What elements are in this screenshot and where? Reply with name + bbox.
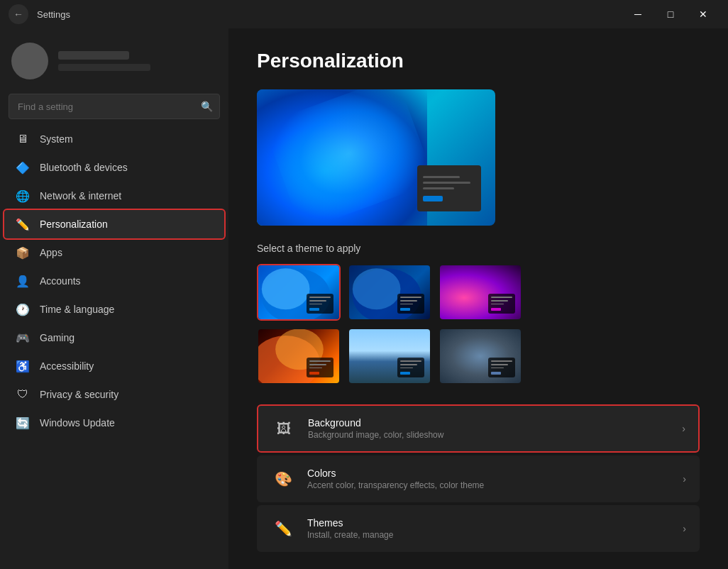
background-title: Background: [308, 417, 682, 429]
theme-thumb-overlay-4: [307, 358, 333, 377]
themes-title: Themes: [307, 517, 683, 529]
user-email-block: [58, 64, 150, 71]
sidebar-item-personalization[interactable]: ✏️ Personalization: [4, 210, 224, 238]
colors-icon: 🎨: [270, 466, 296, 492]
settings-item-themes[interactable]: ✏️ Themes Install, create, manage ›: [257, 505, 700, 552]
time-icon: 🕐: [16, 302, 30, 316]
background-text: Background Background image, color, slid…: [308, 417, 682, 440]
accessibility-icon: ♿: [16, 359, 30, 373]
theme-thumb-overlay-2: [397, 294, 424, 314]
avatar: [11, 43, 48, 79]
user-info: [58, 51, 150, 71]
colors-chevron: ›: [683, 473, 686, 485]
theme-preview: [257, 89, 495, 226]
settings-list: 🖼 Background Background image, color, sl…: [257, 404, 700, 552]
settings-item-colors[interactable]: 🎨 Colors Accent color, transparency effe…: [257, 455, 700, 502]
sidebar-item-label: Accessibility: [40, 360, 94, 372]
privacy-icon: 🛡: [16, 387, 30, 402]
user-name-block: [58, 51, 129, 60]
sidebar-item-label: Privacy & security: [40, 389, 118, 400]
theme-preview-window: [417, 165, 481, 211]
svg-point-1: [262, 268, 310, 309]
titlebar-left: ← Settings: [9, 4, 70, 24]
background-icon: 🖼: [271, 416, 297, 441]
system-icon: 🖥: [16, 132, 30, 146]
sidebar-item-label: Time & language: [40, 304, 114, 315]
main-layout: 🔍 🖥 System 🔷 Bluetooth & devices 🌐 Netwo…: [0, 28, 728, 569]
sidebar-item-label: Gaming: [40, 332, 75, 343]
maximize-button[interactable]: □: [654, 3, 687, 26]
sidebar-item-privacy[interactable]: 🛡 Privacy & security: [4, 380, 224, 409]
network-icon: 🌐: [16, 189, 30, 203]
sidebar-item-bluetooth[interactable]: 🔷 Bluetooth & devices: [4, 153, 224, 182]
theme-thumb-1[interactable]: [257, 264, 341, 321]
sidebar-nav: 🖥 System 🔷 Bluetooth & devices 🌐 Network…: [0, 125, 228, 437]
sidebar-item-label: Accounts: [40, 275, 81, 287]
search-box: 🔍: [9, 94, 220, 119]
themes-icon: ✏️: [270, 516, 296, 541]
app-title: Settings: [37, 9, 70, 20]
minimize-button[interactable]: ─: [622, 3, 654, 26]
personalization-icon: ✏️: [16, 217, 30, 231]
user-profile: [0, 35, 228, 94]
theme-thumb-overlay: [307, 294, 333, 314]
themes-text: Themes Install, create, manage: [307, 517, 683, 540]
sidebar-item-label: System: [40, 133, 73, 145]
sidebar-item-gaming[interactable]: 🎮 Gaming: [4, 324, 224, 352]
accounts-icon: 👤: [16, 274, 30, 288]
sidebar-item-update[interactable]: 🔄 Windows Update: [4, 409, 224, 437]
colors-title: Colors: [307, 468, 683, 479]
svg-point-3: [353, 268, 401, 309]
bluetooth-icon: 🔷: [16, 160, 30, 175]
themes-chevron: ›: [683, 523, 686, 534]
sidebar-item-label: Network & internet: [40, 190, 121, 201]
theme-thumb-4[interactable]: [257, 328, 341, 385]
sidebar-item-time[interactable]: 🕐 Time & language: [4, 295, 224, 324]
background-chevron: ›: [682, 423, 685, 434]
themes-desc: Install, create, manage: [307, 530, 683, 540]
theme-thumb-overlay-5: [397, 358, 424, 377]
apps-icon: 📦: [16, 245, 30, 260]
background-desc: Background image, color, slideshow: [308, 430, 682, 440]
sidebar-item-apps[interactable]: 📦 Apps: [4, 238, 224, 267]
sidebar-item-accounts[interactable]: 👤 Accounts: [4, 267, 224, 295]
theme-thumb-6[interactable]: [439, 328, 522, 385]
settings-item-background[interactable]: 🖼 Background Background image, color, sl…: [257, 404, 700, 453]
search-icon: 🔍: [201, 101, 213, 112]
sidebar-item-label: Personalization: [40, 219, 108, 230]
gaming-icon: 🎮: [16, 331, 30, 345]
sidebar-item-system[interactable]: 🖥 System: [4, 125, 224, 153]
colors-text: Colors Accent color, transparency effect…: [307, 468, 683, 490]
titlebar-controls: ─ □ ✕: [622, 3, 719, 26]
sidebar-item-label: Windows Update: [40, 417, 115, 429]
close-button[interactable]: ✕: [687, 3, 719, 26]
sidebar: 🔍 🖥 System 🔷 Bluetooth & devices 🌐 Netwo…: [0, 28, 228, 569]
update-icon: 🔄: [16, 416, 30, 430]
theme-grid: [257, 264, 700, 385]
colors-desc: Accent color, transparency effects, colo…: [307, 480, 683, 490]
theme-thumb-overlay-3: [488, 294, 515, 314]
select-theme-label: Select a theme to apply: [257, 243, 700, 254]
theme-thumb-5[interactable]: [348, 328, 431, 385]
theme-thumb-2[interactable]: [348, 264, 431, 321]
theme-thumb-overlay-6: [488, 358, 515, 377]
page-title: Personalization: [257, 50, 700, 72]
sidebar-item-accessibility[interactable]: ♿ Accessibility: [4, 352, 224, 380]
search-input[interactable]: [9, 94, 220, 119]
sidebar-item-label: Bluetooth & devices: [40, 162, 128, 173]
content-area: Personalization Select a theme to apply: [228, 28, 728, 569]
sidebar-item-network[interactable]: 🌐 Network & internet: [4, 182, 224, 210]
sidebar-item-label: Apps: [40, 247, 62, 258]
theme-thumb-3[interactable]: [439, 264, 522, 321]
titlebar: ← Settings ─ □ ✕: [0, 0, 728, 28]
back-button[interactable]: ←: [9, 4, 28, 24]
